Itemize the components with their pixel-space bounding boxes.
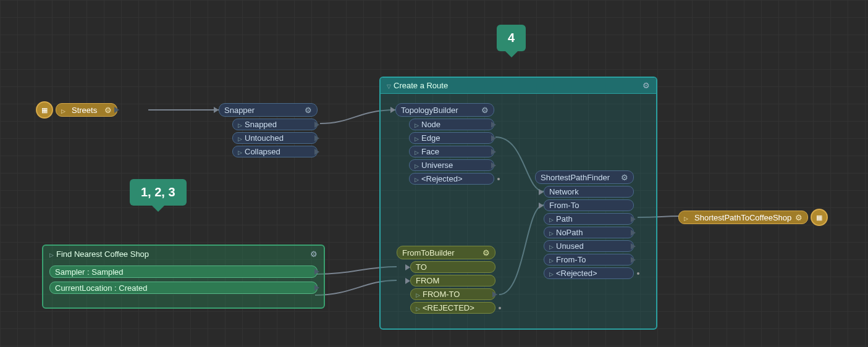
- port-from-to-in[interactable]: From-To: [544, 199, 634, 211]
- gear-icon[interactable]: [643, 81, 650, 90]
- row-currentlocation[interactable]: CurrentLocation : Created: [49, 282, 318, 294]
- port-rejected[interactable]: <REJECTED>: [410, 302, 495, 314]
- port-from-to-out[interactable]: From-To: [544, 254, 634, 265]
- gear-icon[interactable]: [310, 249, 318, 259]
- group-title: Find Nearest Coffee Shop: [56, 249, 149, 259]
- port-nopath[interactable]: NoPath: [544, 227, 634, 238]
- node-label: Streets: [72, 106, 97, 115]
- gear-icon[interactable]: [104, 106, 112, 115]
- expand-icon: [684, 213, 691, 222]
- port-from[interactable]: FROM: [410, 275, 495, 286]
- row-label: CurrentLocation : Created: [55, 283, 148, 293]
- node-title: ShortestPathFinder: [541, 173, 610, 182]
- port-to[interactable]: TO: [410, 261, 495, 273]
- port-face[interactable]: Face: [409, 146, 494, 157]
- node-title: TopologyBuilder: [401, 106, 458, 115]
- node-topologybuilder[interactable]: TopologyBuilder Node Edge Face Universe …: [395, 103, 494, 185]
- node-fromtobuilder[interactable]: FromToBuilder TO FROM FROM-TO <REJECTED>: [397, 246, 495, 314]
- port-node[interactable]: Node: [409, 119, 494, 130]
- node-streets-source[interactable]: ▦ Streets: [36, 101, 117, 119]
- port-rejected[interactable]: <Rejected>: [409, 173, 494, 185]
- row-label: Sampler : Sampled: [55, 267, 124, 277]
- gear-icon[interactable]: [482, 248, 490, 257]
- port-universe[interactable]: Universe: [409, 159, 494, 171]
- group-title: Create a Route: [394, 81, 448, 90]
- node-result-sink[interactable]: ShortestPathToCoffeeShop ▦: [678, 209, 828, 226]
- expand-icon: [61, 106, 68, 115]
- group-find-coffee[interactable]: Find Nearest Coffee Shop Sampler : Sampl…: [42, 245, 325, 309]
- port-rejected[interactable]: <Rejected>: [544, 267, 634, 279]
- port-path[interactable]: Path: [544, 213, 634, 225]
- callout-123: 1, 2, 3: [130, 179, 187, 206]
- callout-text: 4: [508, 31, 515, 44]
- node-label: ShortestPathToCoffeeShop: [694, 213, 791, 222]
- gear-icon[interactable]: [795, 213, 803, 222]
- port-snapped[interactable]: Snapped: [232, 119, 318, 130]
- collapse-icon[interactable]: [387, 81, 394, 90]
- port-collapsed[interactable]: Collapsed: [232, 146, 318, 157]
- port-network[interactable]: Network: [544, 186, 634, 198]
- expand-icon[interactable]: [49, 249, 56, 259]
- port-unused[interactable]: Unused: [544, 240, 634, 252]
- node-snapper[interactable]: Snapper Snapped Untouched Collapsed: [219, 103, 318, 157]
- gear-icon[interactable]: [481, 106, 489, 115]
- node-title: Snapper: [224, 106, 255, 115]
- gear-icon[interactable]: [621, 173, 628, 182]
- writer-icon: ▦: [811, 209, 828, 226]
- port-from-to[interactable]: FROM-TO: [410, 288, 495, 300]
- node-title: FromToBuilder: [402, 248, 455, 257]
- port-edge[interactable]: Edge: [409, 132, 494, 144]
- callout-text: 1, 2, 3: [141, 185, 175, 199]
- row-sampler[interactable]: Sampler : Sampled: [49, 265, 318, 278]
- port-untouched[interactable]: Untouched: [232, 132, 318, 144]
- callout-4: 4: [497, 25, 526, 51]
- node-shortestpathfinder[interactable]: ShortestPathFinder Network From-To Path …: [535, 170, 634, 279]
- reader-icon: ▦: [36, 101, 53, 119]
- gear-icon[interactable]: [305, 106, 312, 115]
